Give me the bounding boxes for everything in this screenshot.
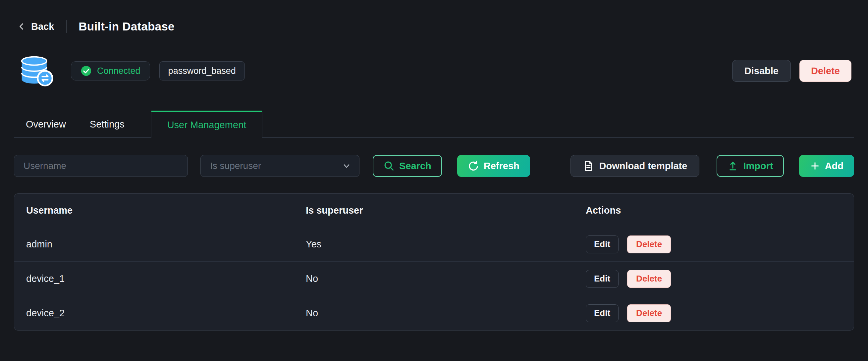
tab-settings[interactable]: Settings [78,110,136,138]
connection-status-badge: Connected [71,61,150,80]
top-bar: Back Built-in Database [0,0,868,34]
cell-actions: Edit Delete [586,304,842,322]
auth-type-tag: password_based [159,61,245,80]
toolbar: Is superuser Search Refresh [14,155,854,177]
cell-username: device_1 [26,273,306,284]
user-table: Username Is superuser Actions admin Yes … [14,193,854,331]
cell-actions: Edit Delete [586,235,842,253]
meta-row: Connected password_based Disable Delete [19,54,851,88]
delete-user-button[interactable]: Delete [627,270,671,288]
download-template-button[interactable]: Download template [570,155,700,177]
delete-user-button[interactable]: Delete [627,235,671,253]
upload-icon [727,160,739,171]
table-row: device_2 No Edit Delete [14,296,854,330]
refresh-icon [468,160,479,171]
add-label: Add [825,161,843,171]
delete-database-button[interactable]: Delete [799,60,851,82]
table-row: device_1 No Edit Delete [14,261,854,296]
column-header-is-superuser: Is superuser [306,205,586,216]
chevron-left-icon [17,22,27,31]
search-label: Search [399,161,431,171]
import-button[interactable]: Import [717,155,783,177]
cell-is-superuser: Yes [306,239,586,250]
chevron-down-icon [341,161,352,171]
edit-user-button[interactable]: Edit [586,235,619,253]
connection-status-label: Connected [97,66,141,76]
back-button[interactable]: Back [17,21,54,32]
add-button[interactable]: Add [799,155,854,177]
cell-username: device_2 [26,308,306,319]
cell-is-superuser: No [306,273,586,284]
database-icon [19,54,54,88]
plus-icon [810,161,820,171]
page: Back Built-in Database Connected [0,0,868,361]
cell-username: admin [26,239,306,250]
cell-is-superuser: No [306,308,586,319]
column-header-actions: Actions [586,205,842,216]
search-icon [383,160,395,171]
username-input[interactable] [14,155,188,177]
superuser-select-placeholder: Is superuser [210,161,261,171]
edit-user-button[interactable]: Edit [586,304,619,322]
back-label: Back [31,21,54,32]
table-row: admin Yes Edit Delete [14,227,854,261]
superuser-select[interactable]: Is superuser [200,155,360,177]
disable-button[interactable]: Disable [732,60,791,82]
download-template-label: Download template [599,161,687,171]
refresh-button[interactable]: Refresh [457,155,530,177]
refresh-label: Refresh [484,161,520,171]
cell-actions: Edit Delete [586,270,842,288]
column-header-username: Username [26,205,306,216]
check-circle-icon [81,65,92,76]
edit-user-button[interactable]: Edit [586,270,619,288]
table-header-row: Username Is superuser Actions [14,194,854,227]
import-label: Import [743,161,773,171]
document-icon [583,160,594,171]
page-title: Built-in Database [79,20,174,33]
delete-user-button[interactable]: Delete [627,304,671,322]
search-button[interactable]: Search [373,155,442,177]
tab-user-management[interactable]: User Management [151,110,263,138]
header-divider [66,20,67,33]
tab-bar: Overview Settings User Management [14,110,854,138]
tab-overview[interactable]: Overview [14,110,78,138]
